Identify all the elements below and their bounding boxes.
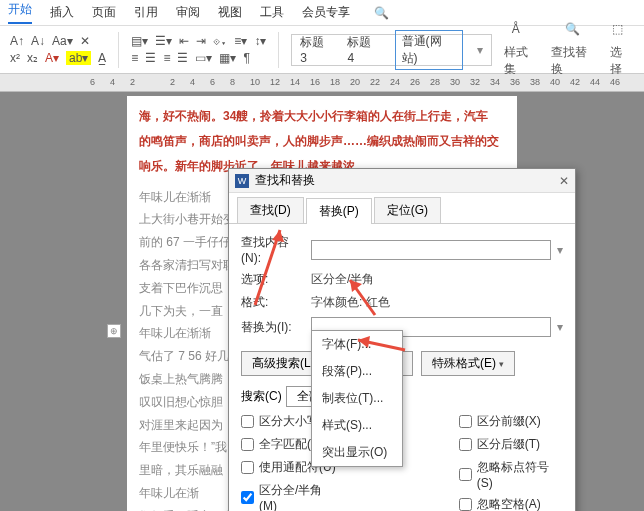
tab-page[interactable]: 页面	[92, 4, 116, 21]
tab-ref[interactable]: 引用	[134, 4, 158, 21]
close-icon[interactable]: ✕	[559, 174, 569, 188]
superscript-icon[interactable]: x²	[10, 51, 20, 65]
font-color-icon[interactable]: A▾	[45, 51, 59, 65]
doc-line-2: 的鸣笛声，商店的叫卖声，人的脚步声……编织成热闹而又吉祥的交	[139, 129, 505, 154]
dd-tabs[interactable]: 制表位(T)...	[312, 385, 402, 412]
ruler[interactable]: 6422468101214161820222426283032343638404…	[0, 74, 644, 92]
ribbon-tabs: 开始 插入 页面 引用 审阅 视图 工具 会员专享 🔍	[0, 0, 644, 26]
options-label: 选项:	[241, 271, 305, 288]
dd-style[interactable]: 样式(S)...	[312, 412, 402, 439]
tab-find[interactable]: 查找(D)	[237, 197, 304, 223]
align-icon[interactable]: ≡▾	[234, 34, 247, 48]
dd-para[interactable]: 段落(P)...	[312, 358, 402, 385]
clear-fmt-icon[interactable]: ✕	[80, 34, 90, 48]
change-case-icon[interactable]: Aa▾	[52, 34, 73, 48]
doc-line-1: 海，好不热闹。34艘，拎着大大小小行李箱的人在街上行走，汽车	[139, 104, 505, 129]
shrink-font-icon[interactable]: A↓	[31, 34, 45, 48]
search-icon[interactable]: 🔍	[374, 6, 389, 20]
dialog-tabs: 查找(D) 替换(P) 定位(G)	[229, 193, 575, 224]
chk-prefix[interactable]: 区分前缀(X)	[459, 413, 563, 430]
subscript-icon[interactable]: x₂	[27, 51, 38, 65]
border-icon[interactable]: ▦▾	[219, 51, 236, 65]
tab-review[interactable]: 审阅	[176, 4, 200, 21]
chk-space[interactable]: 忽略空格(A)	[459, 496, 563, 511]
options-value: 区分全/半角	[311, 271, 374, 288]
ribbon-toolbar: A↑ A↓ Aa▾ ✕ x² x₂ A▾ ab▾ A̲ ▤▾ ☰▾ ⇤ ⇥ ⟐▾…	[0, 26, 644, 74]
styleset-button[interactable]: Å样式集	[504, 22, 539, 78]
replacewith-label: 替换为(I):	[241, 319, 305, 336]
dialog-titlebar[interactable]: W查找和替换 ✕	[229, 169, 575, 193]
style-h3[interactable]: 标题 3	[300, 34, 333, 65]
shading-icon[interactable]: ▭▾	[195, 51, 212, 65]
tab-view[interactable]: 视图	[218, 4, 242, 21]
tab-member[interactable]: 会员专享	[302, 4, 350, 21]
grow-font-icon[interactable]: A↑	[10, 34, 24, 48]
char-border-icon[interactable]: A̲	[98, 51, 106, 65]
chk-punct[interactable]: 忽略标点符号(S)	[459, 459, 563, 490]
align-j-icon[interactable]: ☰	[177, 51, 188, 65]
linespace-icon[interactable]: ↕▾	[254, 34, 266, 48]
move-handle-icon[interactable]: ⊕	[107, 324, 121, 338]
indent-icon[interactable]: ⇥	[196, 34, 206, 48]
bullet-list-icon[interactable]: ▤▾	[131, 34, 148, 48]
dd-highlight[interactable]: 突出显示(O)	[312, 439, 402, 466]
outdent-icon[interactable]: ⇤	[179, 34, 189, 48]
chk-suffix[interactable]: 区分后缀(T)	[459, 436, 563, 453]
dialog-title: 查找和替换	[255, 172, 315, 189]
para-group: ▤▾ ☰▾ ⇤ ⇥ ⟐▾ ≡▾ ↕▾ ≡ ☰ ≡ ☰ ▭▾ ▦▾ ¶	[131, 34, 266, 65]
findwhat-input[interactable]	[311, 240, 551, 260]
tab-insert[interactable]: 插入	[50, 4, 74, 21]
sort-icon[interactable]: ⟐▾	[213, 34, 227, 48]
word-icon: W	[235, 174, 249, 188]
tab-home[interactable]: 开始	[8, 1, 32, 24]
style-normal[interactable]: 普通(网站)	[395, 30, 463, 70]
findwhat-label: 查找内容(N):	[241, 234, 305, 265]
marks-icon[interactable]: ¶	[243, 51, 249, 65]
style-more-icon[interactable]: ▾	[477, 43, 483, 57]
align-c-icon[interactable]: ☰	[145, 51, 156, 65]
special-button[interactable]: 特殊格式(E)▾	[421, 351, 515, 376]
tab-replace[interactable]: 替换(P)	[306, 198, 372, 224]
style-gallery[interactable]: 标题 3 标题 4 普通(网站) ▾	[291, 34, 492, 66]
font-group: A↑ A↓ Aa▾ ✕ x² x₂ A▾ ab▾ A̲	[10, 34, 106, 65]
dd-font[interactable]: 字体(F)...	[312, 331, 402, 358]
chk-width[interactable]: 区分全/半角(M)	[241, 482, 339, 511]
align-l-icon[interactable]: ≡	[131, 51, 138, 65]
select-button[interactable]: ⬚选择	[610, 22, 634, 78]
search-dir-label: 搜索(C)	[241, 388, 282, 405]
format-value: 字体颜色: 红色	[311, 294, 390, 311]
style-h4[interactable]: 标题 4	[347, 34, 380, 65]
findreplace-button[interactable]: 🔍查找替换	[551, 22, 598, 78]
align-r-icon[interactable]: ≡	[163, 51, 170, 65]
highlight-icon[interactable]: ab▾	[66, 51, 91, 65]
tab-goto[interactable]: 定位(G)	[374, 197, 441, 223]
format-dropdown: 字体(F)... 段落(P)... 制表位(T)... 样式(S)... 突出显…	[311, 330, 403, 467]
format-label: 格式:	[241, 294, 305, 311]
tab-tools[interactable]: 工具	[260, 4, 284, 21]
number-list-icon[interactable]: ☰▾	[155, 34, 172, 48]
